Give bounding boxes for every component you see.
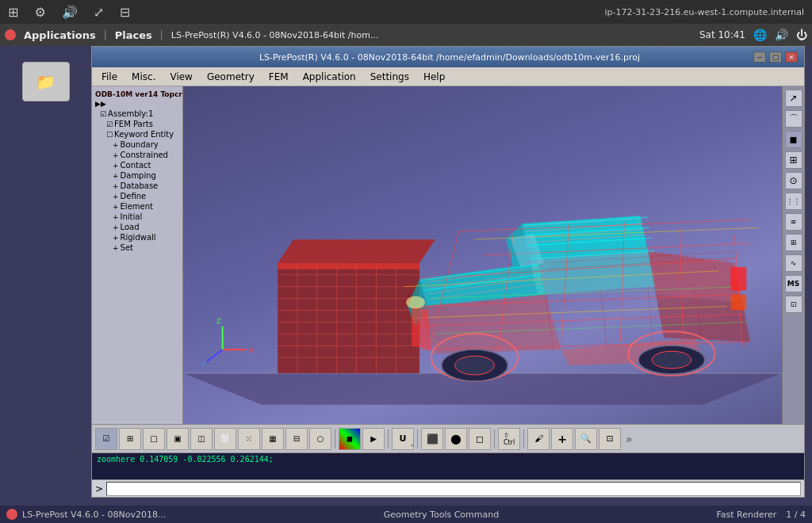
btool-grid2-button[interactable]: ⊟	[285, 428, 308, 450]
volume-icon[interactable]: 🔊	[62, 5, 78, 20]
tree-element[interactable]: + Element	[94, 201, 181, 212]
expand-database: +	[113, 182, 119, 190]
tree-keyword-entity[interactable]: ☐ Keyword Entity	[94, 129, 181, 139]
btool-box4-button[interactable]: ⬜	[214, 428, 236, 450]
tree-fem-parts[interactable]: ☑ FEM Parts	[94, 119, 181, 129]
menu-geometry[interactable]: Geometry	[201, 70, 261, 84]
renderer-label: Fast Renderer	[716, 510, 776, 520]
rtool-wave-button[interactable]: ∿	[785, 254, 802, 272]
rtool-select-button[interactable]: ↗	[785, 90, 802, 107]
btool-check-button[interactable]: ☑	[95, 428, 117, 450]
network-icon[interactable]: 🌐	[753, 29, 767, 41]
svg-text:Z: Z	[216, 316, 221, 325]
btool-dots-button[interactable]: ⁙	[238, 428, 260, 450]
svg-point-63	[406, 296, 425, 309]
tree-load[interactable]: + Load	[94, 222, 181, 232]
more-tools-indicator[interactable]: »	[626, 433, 633, 445]
tree-constrained-label: Constrained	[121, 151, 168, 159]
minimize-icon[interactable]: ⊟	[120, 5, 130, 20]
btool-grid1-button[interactable]: ▦	[262, 428, 284, 450]
tree-constrained[interactable]: + Constrained	[94, 150, 181, 160]
rtool-surface-button[interactable]: ◼	[785, 131, 802, 148]
command-line1: zoomhere 0.147059 -0.022556 0.262144;	[97, 455, 799, 464]
status-left: LS-PrePost V4.6.0 - 08Nov2018...	[6, 509, 167, 520]
status-app-label: LS-PrePost V4.6.0 - 08Nov2018...	[22, 510, 167, 520]
restore-icon[interactable]: ⊞	[8, 5, 18, 20]
menu-settings[interactable]: Settings	[364, 70, 416, 84]
tree-damping[interactable]: + Damping	[94, 170, 181, 181]
sidebar-folder-icon[interactable]: 📁	[22, 62, 70, 101]
u-subscript: *	[411, 444, 414, 451]
menu-view[interactable]: View	[163, 70, 198, 84]
btool-action-button[interactable]: ⊡	[599, 428, 621, 450]
btool-plus-button[interactable]: +	[551, 428, 573, 450]
power-icon[interactable]: ⏻	[796, 29, 807, 41]
places-menu[interactable]: Places	[115, 29, 152, 41]
btool-circle-button[interactable]: ○	[309, 428, 331, 450]
btool-paint-button[interactable]: 🖌	[527, 428, 550, 450]
checkbox-fem-parts[interactable]: ☑	[106, 120, 113, 128]
expand-rigidwall: +	[113, 234, 119, 242]
svg-rect-61	[730, 295, 746, 311]
window-minimize-button[interactable]: −	[753, 52, 766, 63]
rtool-list-button[interactable]: ≡	[785, 213, 802, 231]
sound-icon[interactable]: 🔊	[775, 29, 788, 41]
tree-contact[interactable]: + Contact	[94, 160, 181, 170]
btool-box1-button[interactable]: □	[143, 428, 165, 450]
status-bar: LS-PrePost V4.6.0 - 08Nov2018... Geometr…	[0, 506, 812, 523]
btool-zoom-button[interactable]: 🔍	[575, 428, 597, 450]
content-area: ODB-10M ver14 Topcrunch ▶▶ ☑ Assembly:1 …	[92, 86, 804, 424]
rtool-mesh-button[interactable]: ⊞	[785, 151, 802, 169]
tree-initial-label: Initial	[121, 212, 143, 221]
tree-initial[interactable]: + Initial	[94, 212, 181, 222]
tree-contact-label: Contact	[121, 161, 151, 170]
toolbar-separator4	[494, 429, 495, 449]
window-close-button[interactable]: ×	[785, 52, 798, 63]
btool-sphere-button[interactable]: ⬤	[445, 428, 467, 450]
viewport-3d[interactable]: X Z Y	[183, 86, 782, 424]
svg-point-48	[455, 356, 495, 375]
btool-cube3d-button[interactable]: ⬛	[421, 428, 443, 450]
applications-menu[interactable]: Applications	[24, 29, 96, 41]
menu-misc[interactable]: Misc.	[125, 70, 162, 84]
rtool-element-button[interactable]: ⋮⋮	[785, 193, 802, 210]
rtool-point-button[interactable]: ⊙	[785, 172, 802, 189]
window-restore-button[interactable]: □	[769, 52, 782, 63]
btool-shiftctrl-button[interactable]: ⇧Ctrl	[498, 428, 520, 450]
rtool-curve-button[interactable]: ⌒	[785, 110, 802, 128]
menu-fem[interactable]: FEM	[262, 70, 295, 84]
btool-color-button[interactable]: ◼	[339, 428, 361, 450]
tree-database[interactable]: + Database	[94, 181, 181, 191]
expand-boundary: +	[113, 141, 119, 149]
taskbar-separator2: |	[160, 29, 163, 40]
btool-box5-button[interactable]: ◻	[469, 428, 491, 450]
svg-text:X: X	[248, 345, 254, 354]
tree-define[interactable]: + Define	[94, 191, 181, 201]
menu-help[interactable]: Help	[417, 70, 451, 84]
btool-box3-button[interactable]: ◫	[190, 428, 213, 450]
svg-line-81	[207, 349, 223, 361]
menu-bar: File Misc. View Geometry FEM Application…	[92, 67, 804, 86]
btool-cube-button[interactable]: ⊞	[119, 428, 141, 450]
window-taskbar-item[interactable]: LS-PrePost(R) V4.6.0 - 08Nov2018-64bit /…	[171, 30, 379, 40]
resize-icon[interactable]: ⤢	[94, 5, 104, 20]
tree-rigidwall[interactable]: + Rigidwall	[94, 232, 181, 242]
tree-boundary[interactable]: + Boundary	[94, 139, 181, 150]
command-input-field[interactable]	[106, 482, 801, 496]
checkbox-keyword[interactable]: ☐	[106, 131, 113, 139]
tree-element-label: Element	[121, 202, 153, 211]
btool-arrow-button[interactable]: ▶	[362, 428, 385, 450]
tree-load-label: Load	[121, 223, 140, 231]
rtool-grid-button[interactable]: ⊞	[785, 234, 802, 251]
menu-file[interactable]: File	[95, 70, 124, 84]
rtool-extra-button[interactable]: ⊡	[785, 296, 802, 313]
checkbox-assembly[interactable]: ☑	[100, 110, 106, 118]
btool-box2-button[interactable]: ▣	[167, 428, 189, 450]
menu-application[interactable]: Application	[297, 70, 362, 84]
tree-assembly[interactable]: ☑ Assembly:1	[94, 109, 181, 119]
tree-set[interactable]: + Set	[94, 242, 181, 253]
settings-icon[interactable]: ⚙	[34, 5, 45, 20]
taskbar-right: Sat 10:41 🌐 🔊 ⏻	[699, 29, 807, 41]
rtool-ms-button[interactable]: MS	[785, 275, 802, 292]
expand-damping: +	[113, 172, 119, 180]
